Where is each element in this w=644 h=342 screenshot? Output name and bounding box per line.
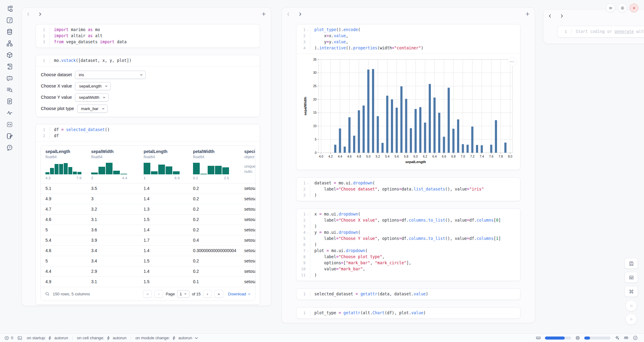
code-editor-dataframe[interactable]: 1df = selected_dataset()2df (36, 124, 260, 141)
prev-page-button[interactable]: ‹ (154, 290, 163, 298)
fold-toggle-icon[interactable]: ⌄ (306, 211, 310, 217)
panel-left-nav (22, 8, 271, 19)
stop-button[interactable] (625, 300, 637, 312)
chevron-right-icon[interactable] (38, 12, 42, 16)
fold-toggle-icon[interactable]: ⌄ (306, 248, 310, 254)
copilot-button[interactable] (624, 335, 629, 340)
close-button[interactable] (629, 3, 639, 12)
code-editor-imports[interactable]: 1import marimo as mo2import altair as al… (36, 24, 260, 48)
column-dtype: float64 (45, 155, 86, 159)
fold-toggle-icon[interactable]: ⌄ (306, 180, 310, 186)
fold-toggle-icon[interactable]: ⌄ (306, 27, 310, 33)
line-number: 5 (296, 236, 306, 242)
chevron-right-icon[interactable] (560, 14, 564, 18)
add-cell-icon[interactable] (261, 12, 266, 16)
autorun-on-module-change[interactable]: on module change: autorun (135, 336, 199, 340)
table-cell: 1.3 (139, 207, 188, 212)
table-cell: 4.4 (41, 269, 86, 274)
altair-bar-chart[interactable]: 4.04.24.44.64.85.05.25.45.65.86.06.26.46… (302, 56, 515, 168)
tracing-icon[interactable] (6, 86, 13, 93)
chevron-left-icon[interactable] (286, 12, 291, 16)
autorun-on-cell-change[interactable]: on cell change: autorun (77, 336, 127, 340)
column-header-petalLength[interactable]: petalLengthfloat6416.9 (139, 149, 188, 180)
page-select[interactable]: 1 (177, 290, 189, 298)
next-page-button[interactable]: › (203, 290, 212, 298)
code-editor-selected-dataset[interactable]: 1selected_dataset = getattr(data, datase… (296, 289, 520, 300)
table-cell: 0.2 (188, 228, 239, 232)
first-page-button[interactable]: « (143, 290, 152, 298)
dependency-graph-icon[interactable] (6, 40, 13, 47)
error-count-indicator[interactable]: 0 (4, 336, 13, 340)
fold-toggle-icon[interactable]: ⌄ (306, 230, 310, 236)
code-line: 2 label="Choose X value", options=df.col… (296, 217, 520, 223)
add-cell-icon[interactable] (525, 12, 530, 16)
code-editor-vstack[interactable]: 1mo.vstack([dataset, x, y, plot]) (36, 55, 260, 66)
save-button[interactable] (624, 258, 638, 269)
table-cell: 0.4 (188, 238, 239, 243)
choose-plot-type-select[interactable]: mark_bar (77, 105, 108, 113)
run-button[interactable] (625, 313, 637, 325)
table-cell: 0.30000000000000004 (188, 248, 239, 253)
table-cell: 1.4 (139, 186, 188, 191)
column-dtype: float64 (144, 155, 188, 159)
activity-icon[interactable] (6, 109, 13, 116)
cpu-icon[interactable] (575, 335, 580, 340)
table-row: 4.63.11.50.2setosa (41, 214, 255, 225)
chevron-left-icon[interactable] (26, 12, 30, 16)
packages-icon[interactable] (6, 52, 13, 59)
chevron-left-icon[interactable] (548, 14, 552, 18)
ai-sparkles-button[interactable] (614, 335, 620, 340)
layout-button[interactable] (624, 272, 638, 283)
svg-text:7.0: 7.0 (461, 155, 465, 158)
table-cell: setosa (239, 186, 255, 191)
documentation-icon[interactable] (6, 98, 13, 105)
code-editor-dataset[interactable]: 1⌄dataset = mo.ui.dropdown(2 label="Choo… (296, 178, 520, 201)
divider (131, 336, 131, 340)
memory-icon[interactable] (536, 335, 541, 340)
table-footer: 150 rows, 5 columns « ‹ Page 1 of 15 › » (41, 287, 255, 301)
column-header-species[interactable]: speciesobjectuniquenulls: (239, 149, 255, 180)
column-header-petalWidth[interactable]: petalWidthfloat640.12.5 (188, 149, 239, 180)
scratchpad-icon[interactable] (6, 133, 13, 140)
variables-icon[interactable]: f (6, 17, 13, 24)
help-icon[interactable]: ? (6, 144, 13, 151)
generate-link[interactable]: generate (614, 29, 634, 34)
line-number: 1 (36, 58, 45, 64)
download-button[interactable]: Download (228, 292, 251, 296)
logs-icon[interactable] (6, 63, 13, 70)
column-header-sepalWidth[interactable]: sepalWidthfloat6424.4 (86, 149, 139, 180)
autorun-on-startup[interactable]: on startup: autorun (27, 336, 68, 340)
code-editor-plot[interactable]: 1⌄plot_type().encode(2 x=x.value,3 y=y.v… (296, 24, 520, 54)
chevron-right-icon[interactable] (298, 12, 302, 16)
last-page-button[interactable]: » (214, 290, 223, 298)
data-sources-icon[interactable] (6, 28, 13, 35)
code-editor-plot-type[interactable]: 1plot_type = getattr(alt.Chart(df), plot… (296, 308, 520, 319)
code-editor-xyplot[interactable]: 1⌄x = mo.ui.dropdown(2 label="Choose X v… (296, 209, 520, 281)
line-number: 1 (296, 180, 306, 186)
empty-code-editor[interactable]: 1 Start coding or generate with (558, 26, 644, 37)
choose-dataset-select[interactable]: iris (75, 71, 146, 79)
dataframe-output: sepalLengthfloat644.37.9sepalWidthfloat6… (36, 141, 260, 305)
file-tree-icon[interactable] (6, 5, 13, 12)
ai-chat-icon[interactable] (6, 75, 13, 82)
menu-button[interactable] (606, 3, 615, 12)
table-cell: setosa (239, 228, 255, 232)
choose-y-value-select[interactable]: sepalWidth (75, 93, 109, 102)
chart-actions-button[interactable]: ••• (507, 57, 517, 66)
connection-status-icon[interactable] (633, 335, 638, 340)
choose-x-value-select[interactable]: sepalLength (75, 82, 111, 90)
code-line: 10 value="mark_bar", (296, 266, 520, 272)
snippets-icon[interactable] (6, 121, 13, 128)
settings-gear-button[interactable] (618, 3, 627, 12)
code-line: 4⌄y = mo.ui.dropdown( (296, 230, 520, 236)
cell-vstack: 1mo.vstack([dataset, x, y, plot]) Choose… (36, 55, 260, 117)
svg-text:4.4: 4.4 (338, 155, 342, 158)
table-row: 4.42.91.40.2setosa (41, 266, 255, 276)
svg-text:25: 25 (313, 84, 317, 88)
search-icon[interactable] (45, 291, 50, 296)
keyboard-shortcuts-button[interactable] (624, 286, 638, 297)
column-header-sepalLength[interactable]: sepalLengthfloat644.37.9 (41, 149, 86, 180)
line-number: 3 (296, 39, 306, 45)
terminal-button[interactable] (17, 336, 22, 340)
choose-x-value-label: Choose X value (41, 84, 72, 88)
